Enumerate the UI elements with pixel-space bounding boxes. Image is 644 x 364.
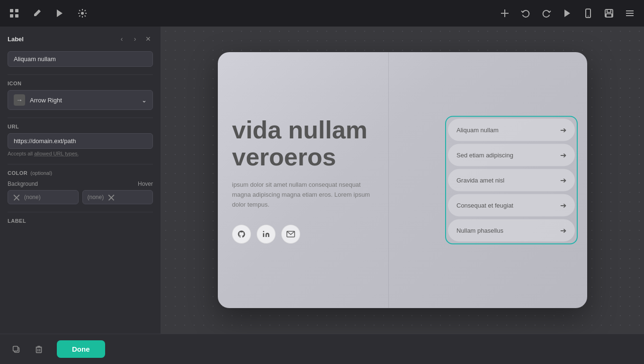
left-panel: Label ‹ › ✕ Icon → Arrow Right ⌄ [0, 27, 161, 334]
url-section: URL Accepts all allowed URL types. [0, 120, 161, 162]
svg-marker-8 [564, 9, 570, 17]
list-item[interactable]: Gravida amet nisl ➔ [448, 169, 575, 191]
label-section2: Label [0, 214, 161, 233]
list-item-label-4: Nullam phasellus [456, 227, 503, 234]
top-toolbar [0, 0, 644, 27]
delete-icon[interactable] [30, 341, 47, 358]
card-heading: vida nullamveroeros [232, 117, 374, 171]
background-color-value: (none) [24, 194, 41, 200]
list-container: Aliquam nullam ➔ Sed etiam adipiscing ➔ … [445, 116, 578, 245]
url-section-label: URL [8, 124, 153, 129]
toolbar-right [498, 7, 636, 20]
pen-icon[interactable] [30, 7, 44, 20]
color-section: Color (optional) Background Hover (none)… [0, 166, 161, 210]
list-arrow-0: ➔ [560, 126, 566, 135]
hover-color-input[interactable]: (none) [82, 190, 153, 204]
card-content-left: vida nullamveroeros ipsum dolor sit amet… [218, 52, 388, 308]
hover-color-value: (none) [88, 194, 104, 200]
list-item-label-3: Consequat et feugiat [456, 202, 513, 209]
undo-icon[interactable] [519, 7, 532, 20]
svg-rect-3 [15, 14, 18, 18]
save-icon[interactable] [602, 7, 616, 20]
list-arrow-3: ➔ [560, 201, 566, 210]
list-item-label-0: Aliquam nullam [456, 127, 499, 134]
preview-play-icon[interactable] [561, 7, 574, 20]
card-list-area: Aliquam nullam ➔ Sed etiam adipiscing ➔ … [445, 116, 578, 245]
svg-point-5 [81, 12, 84, 15]
list-arrow-2: ➔ [560, 176, 566, 185]
chevron-down-icon: ⌄ [142, 97, 147, 104]
linkedin-icon[interactable] [257, 225, 276, 244]
settings-icon[interactable] [76, 7, 89, 20]
icon-name-label: Arrow Right [30, 97, 62, 104]
url-hint: Accepts all allowed URL types. [8, 151, 153, 156]
list-item[interactable]: Aliquam nullam ➔ [448, 119, 575, 141]
svg-rect-0 [10, 9, 13, 12]
label-input[interactable] [8, 51, 153, 67]
panel-nav-icons: ‹ › ✕ [117, 34, 153, 44]
color-section-label: Color [8, 170, 27, 176]
svg-marker-4 [57, 9, 63, 17]
background-color-input[interactable]: (none) [8, 190, 79, 204]
list-item-label-1: Sed etiam adipiscing [456, 152, 513, 159]
url-input[interactable] [8, 133, 153, 149]
page-card: vida nullamveroeros ipsum dolor sit amet… [218, 52, 587, 308]
divider-1 [8, 74, 153, 75]
list-item[interactable]: Nullam phasellus ➔ [448, 219, 575, 242]
label-input-section [0, 47, 161, 73]
divider-3 [8, 164, 153, 164]
color-row-labels: Background Hover [8, 181, 153, 187]
redo-icon[interactable] [540, 7, 553, 20]
close-icon[interactable]: ✕ [143, 34, 153, 44]
color-inputs-row: (none) (none) [8, 190, 153, 204]
url-hint-link[interactable]: allowed URL types. [34, 151, 79, 156]
next-icon[interactable]: › [130, 34, 140, 44]
divider-4 [8, 212, 153, 212]
hover-color-label: Hover [138, 181, 153, 187]
main-area: Label ‹ › ✕ Icon → Arrow Right ⌄ [0, 27, 644, 334]
menu-icon[interactable] [623, 7, 636, 20]
icon-section-label: Icon [8, 81, 153, 86]
list-arrow-1: ➔ [560, 151, 566, 160]
grid-icon[interactable] [8, 7, 21, 20]
label-section-title: Label [8, 36, 24, 43]
svg-rect-20 [13, 346, 18, 351]
svg-rect-12 [607, 9, 611, 12]
mobile-icon[interactable] [581, 7, 595, 20]
play-icon[interactable] [53, 7, 66, 20]
background-color-x-icon [13, 193, 20, 201]
list-item-label-2: Gravida amet nisl [456, 177, 504, 184]
svg-rect-13 [606, 14, 612, 17]
card-body-text: ipsum dolor sit amet nullam consequat ns… [232, 180, 374, 209]
bottom-bar: Done [0, 334, 644, 364]
list-item[interactable]: Sed etiam adipiscing ➔ [448, 144, 575, 166]
copy-icon[interactable] [8, 341, 25, 358]
card-heading-text: vida nullamveroeros [232, 116, 367, 171]
list-item[interactable]: Consequat et feugiat ➔ [448, 194, 575, 217]
prev-icon[interactable]: ‹ [117, 34, 126, 44]
svg-rect-1 [15, 9, 18, 12]
svg-rect-2 [10, 14, 13, 18]
add-icon[interactable] [498, 7, 511, 20]
done-button[interactable]: Done [57, 340, 105, 358]
toolbar-left [8, 7, 89, 20]
icon-select-left: → Arrow Right [14, 94, 62, 106]
svg-point-10 [588, 16, 589, 17]
card-social-icons [232, 225, 374, 244]
canvas-area: vida nullamveroeros ipsum dolor sit amet… [161, 27, 644, 334]
hover-color-x-icon [107, 193, 115, 201]
panel-label-header: Label ‹ › ✕ [0, 27, 161, 47]
list-arrow-4: ➔ [560, 226, 566, 235]
svg-point-17 [263, 231, 264, 233]
email-icon[interactable] [281, 225, 300, 244]
svg-rect-21 [36, 347, 42, 353]
background-color-label: Background [8, 181, 38, 187]
card-vertical-divider [388, 52, 389, 308]
github-icon[interactable] [232, 225, 251, 244]
color-optional-label: (optional) [30, 170, 52, 176]
icon-select-dropdown[interactable]: → Arrow Right ⌄ [8, 90, 153, 110]
icon-preview: → [14, 94, 25, 106]
divider-2 [8, 118, 153, 118]
icon-section: Icon → Arrow Right ⌄ [0, 77, 161, 116]
label-section2-title: Label [8, 218, 153, 224]
